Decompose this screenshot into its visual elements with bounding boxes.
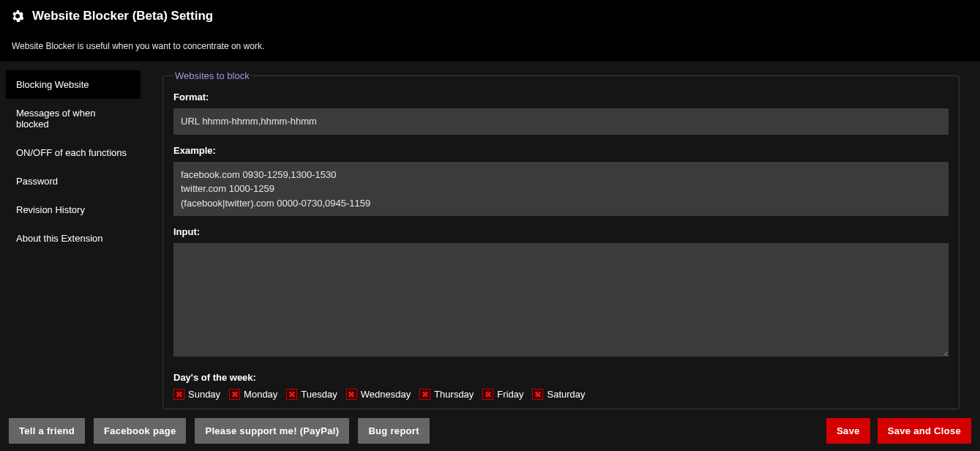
day-label: Sunday: [188, 389, 220, 400]
day-label: Tuesday: [301, 389, 337, 400]
facebook-page-button[interactable]: Facebook page: [94, 418, 187, 444]
checkbox-icon[interactable]: ✖: [346, 389, 357, 400]
panel-legend: Websites to block: [173, 70, 251, 81]
example-line: twitter.com 1000-1259: [181, 182, 941, 196]
day-label: Thursday: [434, 389, 474, 400]
please-support-me-paypal--button[interactable]: Please support me! (PayPal): [195, 418, 349, 444]
sidebar-item-messages-of-when-blocked[interactable]: Messages of when blocked: [6, 99, 141, 138]
gear-icon: [12, 10, 23, 22]
days-row: ✖Sunday✖Monday✖Tuesday✖Wednesday✖Thursda…: [173, 389, 949, 400]
day-tuesday[interactable]: ✖Tuesday: [286, 389, 341, 400]
checkbox-icon[interactable]: ✖: [173, 389, 184, 400]
day-thursday[interactable]: ✖Thursday: [419, 389, 478, 400]
example-line: (facebook|twitter).com 0000-0730,0945-11…: [181, 196, 941, 211]
day-label: Saturday: [547, 389, 585, 400]
footer: Tell a friendFacebook pagePlease support…: [0, 418, 980, 444]
input-label: Input:: [173, 226, 949, 237]
example-line: facebook.com 0930-1259,1300-1530: [181, 168, 941, 182]
checkbox-icon[interactable]: ✖: [286, 389, 297, 400]
day-sunday[interactable]: ✖Sunday: [173, 389, 225, 400]
checkbox-icon[interactable]: ✖: [229, 389, 240, 400]
example-box: facebook.com 0930-1259,1300-1530twitter.…: [173, 162, 949, 217]
sidebar-item-blocking-website[interactable]: Blocking Website: [6, 70, 141, 99]
example-label: Example:: [173, 145, 949, 156]
sidebar-item-about-this-extension[interactable]: About this Extension: [6, 224, 141, 253]
day-label: Friday: [497, 389, 523, 400]
day-monday[interactable]: ✖Monday: [229, 389, 282, 400]
sidebar-item-on-off-of-each-functions[interactable]: ON/OFF of each functions: [6, 138, 141, 167]
websites-to-block-panel: Websites to block Format: URL hhmm-hhmm,…: [162, 70, 960, 409]
sidebar-item-revision-history[interactable]: Revision History: [6, 195, 141, 224]
format-label: Format:: [173, 92, 949, 102]
day-friday[interactable]: ✖Friday: [482, 389, 528, 400]
page-title: Website Blocker (Beta) Setting: [32, 9, 213, 23]
sidebar: Blocking WebsiteMessages of when blocked…: [0, 61, 146, 418]
checkbox-icon[interactable]: ✖: [419, 389, 430, 400]
format-value: URL hhmm-hhmm,hhmm-hhmm: [173, 108, 949, 135]
day-label: Monday: [244, 389, 277, 400]
day-saturday[interactable]: ✖Saturday: [532, 389, 589, 400]
save-and-close-button[interactable]: Save and Close: [878, 418, 971, 444]
bug-report-button[interactable]: Bug report: [358, 418, 429, 444]
day-label: Wednesday: [361, 389, 411, 400]
blocklist-input[interactable]: [173, 243, 949, 357]
sidebar-item-password[interactable]: Password: [6, 167, 141, 195]
tell-a-friend-button[interactable]: Tell a friend: [9, 418, 85, 444]
checkbox-icon[interactable]: ✖: [532, 389, 543, 400]
checkbox-icon[interactable]: ✖: [482, 389, 493, 400]
page-subtitle: Website Blocker is useful when you want …: [12, 41, 968, 51]
day-wednesday[interactable]: ✖Wednesday: [346, 389, 415, 400]
save-button[interactable]: Save: [826, 418, 870, 444]
days-label: Day's of the week:: [173, 372, 949, 383]
